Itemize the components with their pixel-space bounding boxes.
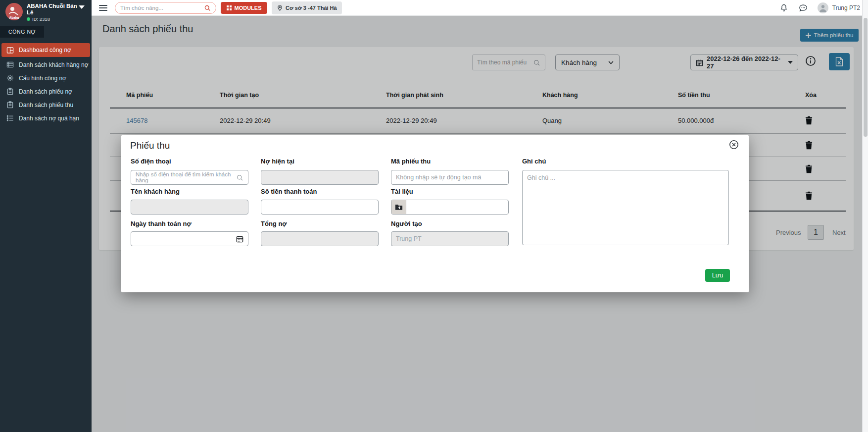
- map-pin-icon: [277, 4, 283, 11]
- location-selector[interactable]: Cơ sở 3 -47 Thái Hà: [272, 1, 342, 14]
- folder-upload-icon[interactable]: [391, 200, 406, 214]
- brand-caret-down-icon[interactable]: [79, 5, 85, 9]
- sidebar-item-cau-hinh-cong-no[interactable]: Cấu hình công nợ: [0, 71, 92, 85]
- sidebar-item-danh-sach-khach-hang-no[interactable]: Danh sách khách hàng nợ: [0, 58, 92, 71]
- close-icon[interactable]: [729, 140, 739, 150]
- total-debt-label: Tổng nợ: [261, 220, 287, 227]
- search-icon: [204, 4, 211, 11]
- document-label: Tài liệu: [391, 188, 413, 195]
- sidebar-item-label: Danh sách phiếu thu: [19, 102, 73, 108]
- module-section-label: CÔNG NỢ: [0, 26, 44, 38]
- note-placeholder: Ghi chú ...: [527, 174, 555, 181]
- topbar: Tìm chức năng... MODULES Cơ sở 3 -47 Thá…: [92, 0, 868, 16]
- list-check-icon: [6, 114, 14, 122]
- bell-icon[interactable]: [780, 3, 788, 12]
- username-label[interactable]: Trung PT2: [832, 4, 860, 11]
- clipboard-icon: [6, 101, 14, 108]
- hamburger-menu-icon[interactable]: [99, 3, 107, 12]
- payment-amount-input[interactable]: [261, 200, 379, 215]
- phone-placeholder: Nhập số điện thoại để tìm kiếm khách hàn…: [136, 171, 236, 183]
- receipt-code-placeholder: Không nhập sẽ tự động tạo mã: [396, 174, 481, 181]
- sidebar-item-label: Cấu hình công nợ: [19, 75, 66, 82]
- creator-label: Người tạo: [391, 220, 422, 227]
- sidebar: Abaha ABAHA Chuỗi Bán Lẻ ID: 2318 CÔNG N…: [0, 0, 92, 432]
- sidebar-item-label: Danh sách nợ quá hạn: [19, 115, 79, 122]
- user-avatar[interactable]: [818, 2, 828, 13]
- modules-button[interactable]: MODULES: [221, 2, 267, 14]
- payment-date-label: Ngày thanh toán nợ: [131, 220, 192, 227]
- total-debt-input: [261, 231, 379, 246]
- brand-name: ABAHA Chuỗi Bán Lẻ: [27, 3, 77, 16]
- vertical-scrollbar[interactable]: [862, 0, 868, 432]
- sidebar-item-label: Danh sách khách hàng nợ: [19, 61, 89, 68]
- gear-icon: [6, 74, 14, 82]
- logo-text: Abaha: [5, 16, 23, 19]
- brand-header[interactable]: Abaha ABAHA Chuỗi Bán Lẻ ID: 2318: [0, 0, 92, 24]
- current-debt-input: [261, 170, 379, 185]
- receipt-modal: Phiếu thu Số điện thoại Nhập số điện tho…: [121, 135, 749, 292]
- brand-id: ID: 2318: [27, 16, 50, 22]
- payment-date-input[interactable]: [131, 231, 248, 246]
- grid-icon: [227, 5, 232, 10]
- receipt-code-input[interactable]: Không nhập sẽ tự động tạo mã: [391, 170, 509, 185]
- location-label: Cơ sở 3 -47 Thái Hà: [286, 5, 337, 11]
- phone-label: Số điện thoại: [131, 158, 171, 165]
- sidebar-item-label: Dashboard công nợ: [19, 47, 71, 54]
- abaha-logo-icon: Abaha: [5, 3, 23, 20]
- scrollbar-thumb[interactable]: [864, 18, 868, 137]
- creator-input: Trung PT: [391, 231, 509, 246]
- note-textarea[interactable]: Ghi chú ...: [522, 170, 729, 245]
- list-table-icon: [6, 61, 14, 68]
- calendar-icon: [236, 235, 243, 243]
- search-icon: [236, 174, 243, 181]
- global-search-input[interactable]: Tìm chức năng...: [115, 2, 216, 14]
- online-dot-icon: [27, 17, 30, 21]
- customer-name-label: Tên khách hàng: [131, 188, 180, 195]
- phone-search-input[interactable]: Nhập số điện thoại để tìm kiếm khách hàn…: [131, 170, 248, 185]
- customer-name-input: [131, 200, 248, 215]
- topbar-right: Trung PT2: [769, 2, 860, 13]
- sidebar-item-danh-sach-phieu-thu[interactable]: Danh sách phiếu thu: [0, 98, 92, 111]
- sidebar-item-label: Danh sách phiếu nợ: [19, 88, 72, 95]
- sidebar-item-danh-sach-phieu-no[interactable]: Danh sách phiếu nợ: [0, 85, 92, 98]
- creator-value: Trung PT: [396, 235, 422, 242]
- global-search-placeholder: Tìm chức năng...: [120, 5, 163, 11]
- save-button[interactable]: Lưu: [705, 269, 730, 282]
- note-label: Ghi chú: [522, 158, 546, 165]
- dashboard-icon: [6, 47, 14, 54]
- receipt-code-label: Mã phiếu thu: [391, 158, 431, 165]
- chat-icon[interactable]: [799, 4, 808, 12]
- sidebar-nav: Dashboard công nợ Danh sách khách hàng n…: [0, 43, 92, 125]
- current-debt-label: Nợ hiện tại: [261, 158, 294, 165]
- document-file-input[interactable]: [391, 200, 509, 215]
- modal-title: Phiếu thu: [130, 140, 170, 151]
- payment-amount-label: Số tiền thanh toán: [261, 188, 317, 195]
- sidebar-item-dashboard-cong-no[interactable]: Dashboard công nợ: [1, 43, 90, 57]
- sidebar-item-danh-sach-no-qua-han[interactable]: Danh sách nợ quá hạn: [0, 111, 92, 125]
- clipboard-icon: [6, 88, 14, 95]
